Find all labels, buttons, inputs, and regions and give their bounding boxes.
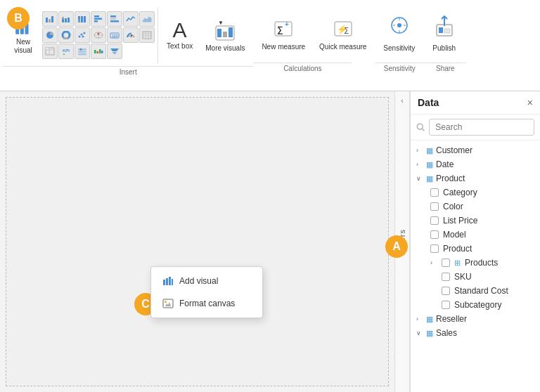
subcategory-checkbox[interactable] [442,301,450,309]
context-menu: Add visual Format canvas [150,266,263,318]
visual-bar-horiz2[interactable] [107,11,122,27]
tree-item-date[interactable]: › ▦ Date [411,157,540,171]
tree-item-product[interactable]: ∨ ▦ Product [411,171,540,185]
text-box-button[interactable]: A Text box [161,17,198,53]
data-panel-header: Data × [411,91,540,115]
tree-child-sku[interactable]: SKU [411,270,540,284]
svg-rect-52 [97,51,99,53]
tree-child-standard-cost[interactable]: Standard Cost [411,284,540,298]
sensitivity-btn-label: Sensitivity [383,44,415,53]
products-table-icon: ⊞ [454,259,461,268]
svg-rect-19 [110,15,116,18]
search-icon [416,122,425,132]
canvas-area[interactable]: C Add visual Format canvas [6,97,389,386]
visual-bar-100[interactable] [75,11,90,27]
customer-label: Customer [436,145,472,155]
sensitivity-button[interactable]: Sensitivity [378,12,420,55]
svg-rect-48 [78,51,86,53]
svg-marker-55 [110,48,119,51]
svg-point-50 [80,48,82,51]
svg-line-79 [422,129,424,131]
tree-item-sales[interactable]: ∨ ▦ Sales [411,326,540,340]
visual-table[interactable] [139,27,155,43]
color-label: Color [443,202,463,211]
data-panel-close-button[interactable]: × [527,97,533,108]
visual-slicer[interactable] [75,44,90,59]
sales-table-icon: ▦ [426,329,433,338]
data-search-input[interactable] [429,119,534,136]
svg-rect-16 [94,15,99,18]
format-canvas-menu-icon [162,298,174,309]
products-checkbox[interactable] [442,259,450,267]
svg-rect-70 [439,27,443,33]
insert-group-label: Insert [3,66,253,77]
visual-card[interactable]: 123 [107,27,122,43]
quick-measure-button[interactable]: ⚡ ∑ Quick measure [314,13,372,54]
new-measure-button[interactable]: ∑ + New measure [256,13,311,54]
list-price-label: List Price [443,216,477,226]
svg-rect-51 [94,50,96,53]
product-field-checkbox[interactable] [430,244,439,253]
tree-child-color[interactable]: Color [411,200,540,214]
sensitivity-icon [390,15,409,43]
visual-matrix[interactable] [42,44,58,59]
visual-line[interactable] [123,11,139,27]
tree-child-category[interactable]: Category [411,185,540,200]
badge-b: B [7,7,30,30]
visual-waterfall[interactable] [91,44,106,59]
visual-gauge[interactable] [123,27,139,43]
ribbon-group-share: Publish Share [424,4,466,74]
tree-child-list-price[interactable]: List Price [411,214,540,228]
quick-measure-icon: ⚡ ∑ [333,16,353,41]
visual-area[interactable] [139,11,155,27]
visual-map[interactable] [91,27,106,43]
tree-item-reseller[interactable]: › ▦ Reseller [411,312,540,326]
svg-text:+: + [285,20,289,28]
svg-point-78 [417,124,423,129]
new-measure-label: New measure [262,43,305,51]
visual-funnel[interactable] [107,44,122,59]
add-visual-menu-item[interactable]: Add visual [151,270,262,292]
svg-rect-13 [78,19,80,22]
ribbon: New visual [0,0,540,91]
new-measure-icon: ∑ + [274,16,293,41]
svg-rect-9 [62,17,64,19]
visual-scatter[interactable] [75,27,90,43]
svg-rect-36 [143,32,151,39]
tree-item-products[interactable]: › ⊞ Products [411,256,540,270]
svg-rect-71 [444,29,450,33]
category-checkbox[interactable] [430,188,439,197]
publish-icon [435,15,454,43]
svg-rect-49 [78,53,86,55]
tree-child-product-field[interactable]: Product [411,242,540,256]
visual-pie[interactable] [42,27,58,43]
visual-bar-clustered[interactable] [42,11,58,27]
visual-donut[interactable] [58,27,74,43]
svg-rect-8 [62,19,64,22]
more-visuals-label: More visuals [205,44,245,53]
svg-rect-5 [46,18,48,22]
sku-checkbox[interactable] [442,273,450,281]
svg-text:∑: ∑ [344,26,349,34]
tree-child-model[interactable]: Model [411,228,540,242]
visual-kpi[interactable]: KPI▲ [58,44,74,59]
visual-bar-horiz[interactable] [91,11,106,27]
visual-bar-stacked[interactable] [58,11,74,27]
more-visuals-button[interactable]: ▼ More visuals [200,15,250,55]
model-checkbox[interactable] [430,230,439,239]
tree-child-subcategory[interactable]: Subcategory [411,298,540,312]
svg-rect-75 [172,279,173,285]
color-checkbox[interactable] [430,202,439,211]
text-box-label: Text box [167,42,193,51]
list-price-checkbox[interactable] [430,216,439,225]
subcategory-label: Subcategory [454,300,501,310]
publish-button[interactable]: Publish [427,12,461,55]
svg-text:▲: ▲ [63,52,65,55]
new-visual-label: New visual [8,38,38,55]
products-label: Products [465,258,498,268]
standard-cost-checkbox[interactable] [442,287,450,295]
format-canvas-menu-item[interactable]: Format canvas [151,292,262,315]
svg-text:▼: ▼ [218,20,224,26]
tree-item-customer[interactable]: › ▦ Customer [411,143,540,157]
model-label: Model [443,230,466,240]
